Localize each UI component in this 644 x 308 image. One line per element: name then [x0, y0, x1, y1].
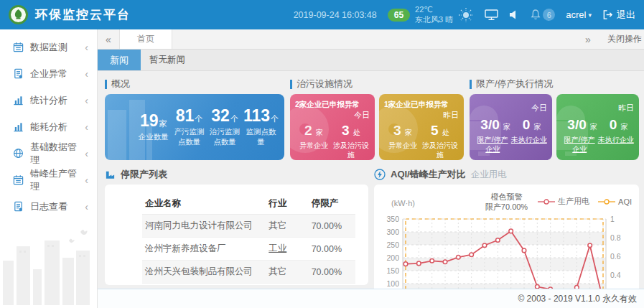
app-logo-icon — [9, 5, 28, 24]
factory-icon — [105, 169, 116, 180]
sidebar-item-label: 数据监测 — [30, 41, 67, 54]
svg-text:350: 350 — [386, 215, 399, 223]
aqi-chart-title: AQI/错峰生产对比 — [391, 168, 466, 181]
sidebar-item-log-view[interactable]: 日志查看 ‹ — [0, 193, 97, 220]
non-executing-enterprises-link[interactable]: 未执行企业 — [511, 135, 548, 154]
sidebar-item-statistics[interactable]: 统计分析 ‹ — [0, 87, 97, 113]
weather-widget: 65 22℃ 东北风3 晴 — [388, 5, 475, 24]
sidebar-item-basic-data[interactable]: 基础数据管理 ‹ — [0, 140, 97, 167]
sun-icon — [458, 7, 474, 23]
sidebar-item-data-monitoring[interactable]: 数据监测 ‹ — [0, 34, 97, 60]
logout-button[interactable]: 退出 — [602, 9, 635, 22]
involved-facility-label: 涉及治污设施 — [421, 141, 459, 159]
app-title: 环保监控云平台 — [35, 6, 131, 23]
col-industry: 行业 — [266, 193, 308, 215]
chevron-left-icon: ‹ — [85, 95, 88, 106]
footer: © 2003 - 2019 V1.1.0 永久有效 — [98, 289, 644, 308]
shutdown-rate: 70.00% — [309, 215, 355, 238]
legend-aqi[interactable]: AQI — [598, 197, 632, 206]
restriction-card-today: 今日 3/0 家 0 家 限产/停产企业 未执行企业 — [470, 94, 552, 160]
globe-icon — [13, 148, 24, 159]
svg-text:200: 200 — [386, 253, 399, 262]
table-row: 河南同力电力设计有限公司 其它 70.00% — [142, 215, 355, 238]
lightning-circle-icon — [374, 169, 386, 180]
sidebar-item-label: 企业异常 — [30, 67, 67, 80]
section-treatment-header: 治污设施情况 — [290, 77, 464, 91]
shutdown-list-card: 企业名称 行业 停限产 河南同力电力设计有限公司 其它 70.00% — [105, 185, 368, 285]
bar-chart-icon — [13, 95, 24, 106]
notification-count-badge: 6 — [543, 9, 555, 21]
tabs-scroll-left-icon[interactable]: « — [98, 29, 119, 49]
section-overview-header: 概况 — [105, 77, 284, 91]
industry-link[interactable]: 工业 — [266, 238, 308, 261]
logout-label: 退出 — [617, 9, 635, 22]
sidebar-item-peak-production[interactable]: 错峰生产管理 ‹ — [0, 167, 97, 193]
wind: 东北风3 — [415, 15, 443, 24]
app-header: 环保监控云平台 2019-09-24 16:03:48 65 22℃ 东北风3 … — [0, 0, 644, 29]
section-aqi-header: AQI/错峰生产对比 企业用电 — [374, 167, 639, 182]
notifications[interactable]: 6 — [530, 9, 555, 21]
shutdown-table: 企业名称 行业 停限产 河南同力电力设计有限公司 其它 70.00% — [142, 193, 355, 284]
exit-icon — [602, 9, 613, 20]
sidebar-item-label: 能耗分析 — [30, 121, 67, 134]
enterprise-name: 沧州天兴包装制品有限公司 — [142, 261, 266, 284]
calendar-grid-icon — [13, 42, 24, 52]
col-enterprise-name: 企业名称 — [142, 193, 266, 215]
svg-text:250: 250 — [386, 241, 399, 249]
chart-legend: 生产用电 AQI — [538, 196, 632, 207]
legend-production-power[interactable]: 生产用电 — [538, 196, 589, 207]
aqi-badge: 65 — [388, 9, 410, 22]
monitor-icon[interactable] — [485, 9, 498, 21]
tabs-scroll-right-icon[interactable]: » — [577, 34, 599, 45]
abnormal-enterprise-label: 异常企业 — [295, 141, 332, 159]
bar-chart-icon — [13, 121, 24, 132]
abnormal-enterprise-label: 异常企业 — [384, 141, 421, 159]
restricted-enterprises-link[interactable]: 限产/停产企业 — [561, 135, 598, 154]
chevron-left-icon: ‹ — [85, 175, 88, 185]
aqi-line-chart: 35030025020015010010.80.60.40.2 — [381, 213, 632, 289]
non-executing-enterprises-link[interactable]: 未执行企业 — [598, 135, 635, 154]
svg-text:300: 300 — [386, 228, 399, 236]
sidebar-item-label: 基础数据管理 — [30, 141, 85, 167]
treatment-card-today: 2家企业已申报异常 今日 2 家 3 处 异常企业 涉及治污设施 — [290, 94, 375, 160]
close-operations-button[interactable]: 关闭操作 — [607, 33, 642, 45]
overview-card: 19家 企业数量 81个 产污监测点数量 32个 治污监测点数量 113个 — [105, 94, 284, 160]
tab-bar: « 首页 » 关闭操作 — [98, 29, 644, 50]
speaker-icon[interactable] — [509, 9, 519, 20]
stat-pollution-points: 81个 产污监测点数量 — [172, 108, 207, 146]
news-bar: 新闻 暂无新闻 — [98, 50, 644, 71]
news-empty-text: 暂无新闻 — [149, 54, 185, 66]
enterprise-name: 沧州宇新养殖设备厂 — [142, 238, 266, 261]
news-button[interactable]: 新闻 — [98, 50, 141, 70]
industry: 其它 — [266, 261, 308, 284]
col-shutdown-rate: 停限产 — [309, 193, 355, 215]
section-bar — [470, 80, 472, 89]
sidebar-item-energy-analysis[interactable]: 能耗分析 ‹ — [0, 113, 97, 140]
table-row: 沧州宇新养殖设备厂 工业 70.00% — [142, 238, 355, 261]
enterprise-name: 河南同力电力设计有限公司 — [142, 215, 266, 238]
table-row: 沧州天兴包装制品有限公司 其它 70.00% — [142, 261, 355, 284]
chevron-down-icon: ▾ — [588, 11, 592, 19]
sidebar-item-label: 错峰生产管理 — [30, 167, 85, 193]
sidebar-item-enterprise-abnormal[interactable]: 企业异常 ‹ — [0, 60, 97, 87]
restricted-enterprises-link[interactable]: 限产/停产企业 — [475, 135, 511, 154]
chevron-left-icon: ‹ — [85, 202, 88, 212]
sidebar: 数据监测 ‹ 企业异常 ‹ 统计分析 ‹ — [0, 29, 98, 308]
section-bar — [290, 80, 292, 89]
aqi-chart-card: (kW·h) 橙色预警 限产70.00% — [374, 185, 639, 289]
datetime: 2019-09-24 16:03:48 — [294, 10, 377, 20]
section-overview-title: 概况 — [111, 78, 130, 90]
shutdown-rate: 70.00% — [309, 261, 355, 284]
svg-text:150: 150 — [386, 266, 399, 275]
user-menu[interactable]: acrel ▾ — [566, 9, 592, 20]
stat-treatment-points: 32个 治污监测点数量 — [207, 108, 242, 146]
temperature: 22℃ — [415, 5, 453, 14]
city-skyline-watermark — [0, 226, 97, 308]
shutdown-rate: 70.00% — [309, 238, 355, 261]
tab-home[interactable]: 首页 — [119, 29, 172, 49]
enterprise-power-toggle[interactable]: 企业用电 — [471, 169, 507, 181]
chevron-left-icon: ‹ — [85, 122, 88, 132]
svg-text:1: 1 — [610, 215, 615, 223]
industry: 其它 — [266, 215, 308, 238]
footer-copyright: © 2003 - 2019 V1.1.0 永久有效 — [518, 293, 637, 305]
